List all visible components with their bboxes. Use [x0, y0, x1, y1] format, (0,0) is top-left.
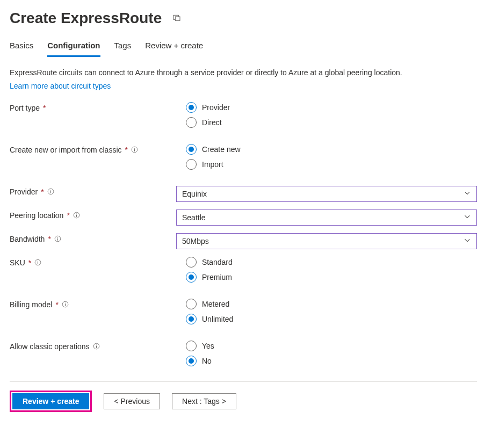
- radio-label: Import: [202, 160, 223, 169]
- info-icon[interactable]: [54, 235, 61, 242]
- svg-rect-16: [38, 262, 38, 264]
- peering-label: Peering location: [10, 211, 63, 220]
- required-marker: *: [67, 211, 69, 220]
- svg-point-9: [76, 214, 77, 214]
- svg-rect-7: [50, 191, 51, 193]
- create-import-radio-group: Create new Import: [186, 144, 477, 170]
- review-create-button[interactable]: Review + create: [12, 393, 89, 409]
- learn-more-link[interactable]: Learn more about circuit types: [10, 82, 477, 90]
- create-import-label: Create new or import from classic: [10, 146, 122, 154]
- radio-label: Direct: [202, 118, 222, 127]
- tab-review[interactable]: Review + create: [145, 39, 203, 57]
- select-value: 50Mbps: [182, 237, 209, 245]
- sku-radio-group: Standard Premium: [186, 257, 477, 283]
- svg-rect-13: [57, 239, 58, 241]
- classic-ops-radio-group: Yes No: [186, 341, 477, 366]
- radio-label: Unlimited: [202, 315, 233, 323]
- select-value: Equinix: [182, 190, 207, 198]
- tabs: Basics Configuration Tags Review + creat…: [10, 39, 477, 57]
- port-type-direct-radio[interactable]: Direct: [186, 117, 477, 128]
- footer-buttons: Review + create < Previous Next : Tags >: [10, 391, 477, 412]
- chevron-down-icon: [464, 213, 471, 222]
- select-value: Seattle: [182, 213, 206, 222]
- required-marker: *: [28, 258, 31, 267]
- tab-tags[interactable]: Tags: [114, 39, 132, 57]
- svg-point-12: [57, 237, 58, 238]
- classic-ops-label: Allow classic operations: [10, 342, 90, 351]
- port-type-label: Port type: [10, 104, 40, 112]
- svg-point-18: [65, 303, 66, 304]
- import-radio[interactable]: Import: [186, 159, 477, 170]
- radio-label: Metered: [202, 300, 229, 308]
- chevron-down-icon: [464, 189, 471, 198]
- footer-separator: [10, 381, 477, 382]
- provider-label: Provider: [10, 187, 38, 196]
- radio-label: Yes: [202, 342, 214, 350]
- required-marker: *: [41, 187, 44, 196]
- svg-rect-4: [134, 149, 135, 151]
- radio-label: Provider: [202, 103, 230, 112]
- intro-text: ExpressRoute circuits can connect to Azu…: [10, 68, 477, 78]
- sku-label: SKU: [10, 258, 25, 267]
- sku-premium-radio[interactable]: Premium: [186, 272, 477, 283]
- next-button[interactable]: Next : Tags >: [172, 393, 236, 409]
- feedback-icon[interactable]: [172, 13, 181, 24]
- port-type-radio-group: Provider Direct: [186, 102, 477, 128]
- create-new-radio[interactable]: Create new: [186, 144, 477, 155]
- sku-standard-radio[interactable]: Standard: [186, 257, 477, 268]
- chevron-down-icon: [464, 236, 471, 245]
- billing-unlimited-radio[interactable]: Unlimited: [186, 314, 477, 324]
- info-icon[interactable]: [34, 259, 41, 266]
- info-icon[interactable]: [131, 146, 138, 153]
- tab-configuration[interactable]: Configuration: [47, 39, 100, 57]
- radio-label: Premium: [202, 273, 232, 281]
- svg-point-3: [134, 148, 135, 149]
- svg-point-6: [50, 190, 50, 191]
- radio-label: Create new: [202, 145, 241, 154]
- bandwidth-select[interactable]: 50Mbps: [176, 233, 477, 249]
- svg-point-21: [96, 345, 96, 345]
- info-icon[interactable]: [47, 188, 54, 195]
- required-marker: *: [43, 104, 46, 112]
- required-marker: *: [55, 300, 58, 309]
- svg-point-15: [38, 261, 38, 262]
- info-icon[interactable]: [73, 212, 80, 219]
- billing-radio-group: Metered Unlimited: [186, 299, 477, 324]
- classic-ops-no-radio[interactable]: No: [186, 356, 477, 366]
- highlight-box: Review + create: [10, 391, 92, 412]
- radio-label: Standard: [202, 258, 233, 266]
- info-icon[interactable]: [93, 343, 100, 350]
- info-icon[interactable]: [62, 301, 69, 308]
- svg-rect-22: [96, 346, 97, 348]
- tab-basics[interactable]: Basics: [10, 39, 33, 57]
- svg-rect-1: [176, 17, 180, 20]
- required-marker: *: [48, 235, 50, 243]
- port-type-provider-radio[interactable]: Provider: [186, 102, 477, 113]
- billing-label: Billing model: [10, 300, 52, 309]
- svg-rect-10: [76, 215, 77, 217]
- billing-metered-radio[interactable]: Metered: [186, 299, 477, 309]
- svg-rect-19: [65, 304, 66, 306]
- radio-label: No: [202, 357, 212, 365]
- page-title: Create ExpressRoute: [10, 10, 162, 27]
- previous-button[interactable]: < Previous: [104, 393, 160, 409]
- bandwidth-label: Bandwidth: [10, 235, 45, 243]
- classic-ops-yes-radio[interactable]: Yes: [186, 341, 477, 351]
- provider-select[interactable]: Equinix: [176, 186, 477, 202]
- required-marker: *: [125, 146, 128, 154]
- peering-location-select[interactable]: Seattle: [176, 209, 477, 226]
